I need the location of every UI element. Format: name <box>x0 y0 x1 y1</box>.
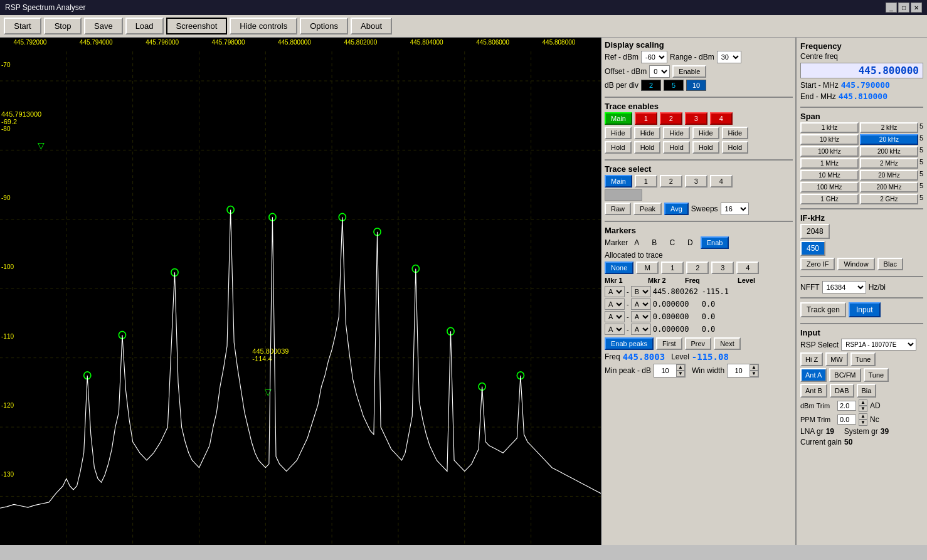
hide-1-button[interactable]: Hide <box>634 127 661 139</box>
sweeps-select[interactable]: 16 <box>721 203 749 215</box>
peak-button[interactable]: Peak <box>633 203 662 215</box>
win-width-input[interactable] <box>728 366 750 375</box>
span-20khz[interactable]: 20 kHz <box>860 134 918 145</box>
hide-3-button[interactable]: Hide <box>692 127 719 139</box>
hide-4-button[interactable]: Hide <box>722 127 749 139</box>
trace-sel-4-button[interactable]: 4 <box>710 175 733 188</box>
save-button[interactable]: Save <box>84 18 123 34</box>
trace-1-button[interactable]: 1 <box>635 112 657 125</box>
span-100mhz[interactable]: 100 MHz <box>800 182 859 193</box>
db-5-button[interactable]: 5 <box>664 80 684 91</box>
hide-controls-button[interactable]: Hide controls <box>230 18 297 34</box>
span-2mhz[interactable]: 2 MHz <box>860 158 918 169</box>
win-width-up[interactable]: ▲ <box>750 364 758 371</box>
hold-1-button[interactable]: Hold <box>634 141 661 154</box>
ppm-trim-down[interactable]: ▼ <box>859 420 867 426</box>
alloc-4-button[interactable]: 4 <box>736 262 759 274</box>
if-450-button[interactable]: 450 <box>800 241 825 256</box>
trace-4-button[interactable]: 4 <box>710 112 733 125</box>
alloc-none-button[interactable]: None <box>605 262 633 274</box>
bc-fm-button[interactable]: BC/FM <box>829 368 861 382</box>
trace-2-button[interactable]: 2 <box>660 112 682 125</box>
range-dbm-select[interactable]: 30 <box>717 51 741 63</box>
trace-sel-2-button[interactable]: 2 <box>660 175 682 188</box>
min-peak-input[interactable] <box>654 366 676 375</box>
ppm-trim-up[interactable]: ▲ <box>859 413 867 420</box>
about-button[interactable]: About <box>351 18 392 34</box>
span-1ghz[interactable]: 1 GHz <box>800 194 859 204</box>
screenshot-button[interactable]: Screenshot <box>166 18 228 34</box>
rsp-select-dropdown[interactable]: RSP1A - 180707E <box>841 339 916 351</box>
span-1khz[interactable]: 1 kHz <box>800 122 859 133</box>
dbm-trim-up[interactable]: ▲ <box>859 399 867 406</box>
offset-dbm-select[interactable]: 0 <box>649 65 670 78</box>
mkr1-row0-select[interactable]: A <box>605 286 625 297</box>
mw-button[interactable]: MW <box>825 352 848 366</box>
ref-dbm-select[interactable]: -60 <box>641 51 667 63</box>
span-200mhz[interactable]: 200 MHz <box>860 182 918 193</box>
mkr2-row3-select[interactable]: A <box>631 324 651 335</box>
win-width-down[interactable]: ▼ <box>750 371 758 377</box>
mkr2-row0-select[interactable]: B <box>631 286 651 297</box>
hi-z-button[interactable]: Hi Z <box>800 352 823 366</box>
enab-peaks-button[interactable]: Enab peaks <box>605 337 654 350</box>
stop-button[interactable]: Stop <box>44 18 82 34</box>
alloc-2-button[interactable]: 2 <box>686 262 709 274</box>
alloc-1-button[interactable]: 1 <box>661 262 684 274</box>
zero-if-button[interactable]: Zero IF <box>800 258 835 270</box>
span-10mhz[interactable]: 10 MHz <box>800 170 859 181</box>
trace-sel-3-button[interactable]: 3 <box>685 175 707 188</box>
nfft-select[interactable]: 16384 <box>822 281 866 293</box>
tune2-button[interactable]: Tune <box>864 368 889 382</box>
dab-button[interactable]: DAB <box>830 384 854 398</box>
ant-a-button[interactable]: Ant A <box>800 368 827 382</box>
maximize-button[interactable]: □ <box>898 3 909 13</box>
options-button[interactable]: Options <box>300 18 348 34</box>
input-button[interactable]: Input <box>849 302 881 317</box>
minimize-button[interactable]: _ <box>886 3 897 13</box>
raw-button[interactable]: Raw <box>605 203 631 215</box>
tune-button[interactable]: Tune <box>850 352 876 366</box>
db-10-button[interactable]: 10 <box>686 80 706 91</box>
start-button[interactable]: Start <box>4 18 41 34</box>
span-100khz[interactable]: 100 kHz <box>800 146 859 157</box>
if-2048-button[interactable]: 2048 <box>800 224 830 239</box>
load-button[interactable]: Load <box>125 18 164 34</box>
hide-2-button[interactable]: Hide <box>663 127 690 139</box>
centre-freq-value[interactable]: 445.800000 <box>800 63 923 78</box>
hold-main-button[interactable]: Hold <box>605 141 632 154</box>
span-200khz[interactable]: 200 kHz <box>860 146 918 157</box>
trace-3-button[interactable]: 3 <box>685 112 707 125</box>
span-2ghz[interactable]: 2 GHz <box>860 194 918 204</box>
avg-button[interactable]: Avg <box>664 203 689 215</box>
trace-sel-1-button[interactable]: 1 <box>635 175 657 188</box>
min-peak-down[interactable]: ▼ <box>676 371 685 377</box>
hold-4-button[interactable]: Hold <box>722 141 749 154</box>
span-1mhz[interactable]: 1 MHz <box>800 158 859 169</box>
span-20mhz[interactable]: 20 MHz <box>860 170 918 181</box>
alloc-3-button[interactable]: 3 <box>711 262 734 274</box>
prev-button[interactable]: Prev <box>685 337 712 350</box>
mkr1-row2-select[interactable]: A <box>605 311 625 322</box>
span-10khz[interactable]: 10 kHz <box>800 134 859 145</box>
mkr1-row3-select[interactable]: A <box>605 324 625 335</box>
dbm-trim-down[interactable]: ▼ <box>859 406 867 412</box>
enab-button[interactable]: Enab <box>701 236 729 249</box>
enable-button[interactable]: Enable <box>672 65 706 78</box>
window-button[interactable]: Window <box>837 258 874 270</box>
hold-3-button[interactable]: Hold <box>692 141 719 154</box>
mkr2-row2-select[interactable]: A <box>631 311 651 322</box>
blac-button[interactable]: Blac <box>877 258 903 270</box>
hold-2-button[interactable]: Hold <box>663 141 690 154</box>
bia-button[interactable]: Bia <box>857 384 877 398</box>
alloc-m-button[interactable]: M <box>636 262 659 274</box>
trace-main-button[interactable]: Main <box>605 112 632 125</box>
trace-sel-main-button[interactable]: Main <box>605 175 632 188</box>
mkr2-row1-select[interactable]: A <box>631 298 651 310</box>
track-gen-button[interactable]: Track gen <box>800 302 846 317</box>
db-2-button[interactable]: 2 <box>641 80 661 91</box>
next-button[interactable]: Next <box>714 337 741 350</box>
span-2khz[interactable]: 2 kHz <box>860 122 918 133</box>
close-button[interactable]: ✕ <box>911 3 922 13</box>
ant-b-button[interactable]: Ant B <box>800 384 827 398</box>
